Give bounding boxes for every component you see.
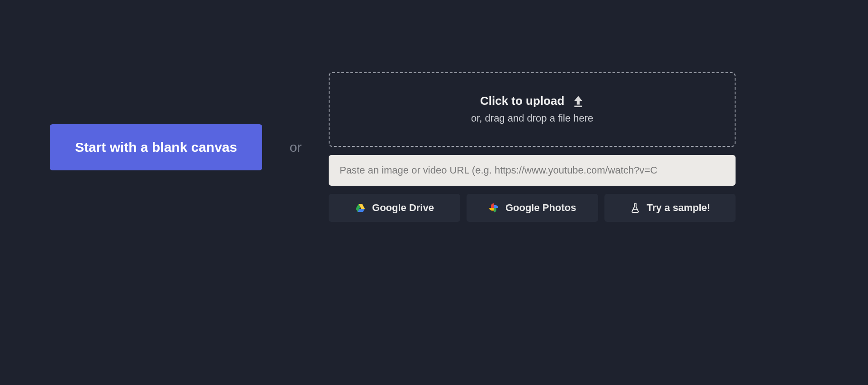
try-sample-button[interactable]: Try a sample! [604, 194, 736, 222]
google-drive-label: Google Drive [372, 202, 434, 214]
google-photos-icon [488, 202, 499, 213]
upload-title: Click to upload [480, 94, 564, 108]
upload-dropzone[interactable]: Click to upload or, drag and drop a file… [329, 72, 736, 147]
upload-icon [572, 95, 584, 108]
blank-canvas-button[interactable]: Start with a blank canvas [50, 124, 262, 170]
flask-icon [630, 202, 641, 213]
try-sample-label: Try a sample! [647, 202, 711, 214]
upload-subtitle: or, drag and drop a file here [471, 113, 593, 124]
or-separator: or [289, 140, 302, 155]
url-input[interactable] [329, 155, 736, 186]
google-drive-icon [355, 202, 366, 213]
google-photos-label: Google Photos [505, 202, 576, 214]
google-drive-button[interactable]: Google Drive [329, 194, 460, 222]
google-photos-button[interactable]: Google Photos [467, 194, 598, 222]
svg-rect-0 [575, 105, 582, 107]
